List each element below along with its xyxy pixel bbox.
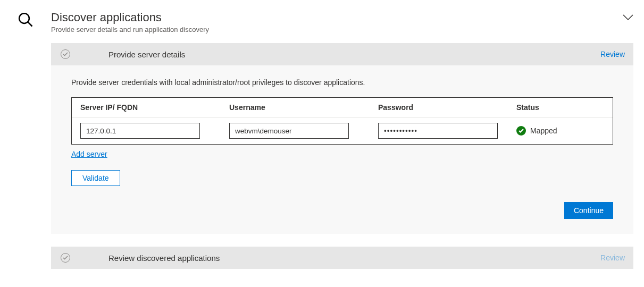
status-ok-icon: [516, 126, 526, 136]
table-row: Mapped: [72, 117, 613, 144]
check-circle-icon: [61, 253, 70, 263]
col-header-password: Password: [378, 103, 516, 112]
cell-username: [229, 123, 378, 139]
add-server-link[interactable]: Add server: [71, 150, 107, 158]
col-header-ip: Server IP/ FQDN: [80, 103, 229, 112]
continue-row: Continue: [71, 202, 613, 219]
left-icon-column: [0, 0, 51, 269]
review-link-review[interactable]: Review: [600, 254, 625, 262]
header-text: Discover applications Provide server det…: [51, 11, 209, 33]
section-review-header: Review discovered applications Review: [51, 247, 633, 269]
server-ip-input[interactable]: [80, 123, 200, 139]
page-subtitle: Provide server details and run applicati…: [51, 26, 209, 33]
section-provide-header: Provide server details Review: [51, 43, 633, 65]
check-circle-icon: [61, 49, 70, 59]
main-content: Discover applications Provide server det…: [51, 0, 644, 269]
col-header-status: Status: [516, 103, 604, 112]
status-badge: Mapped: [516, 126, 604, 136]
instruction-text: Provide server credentials with local ad…: [71, 78, 613, 87]
page-header: Discover applications Provide server det…: [51, 0, 633, 43]
section-provide-title: Provide server details: [108, 50, 185, 59]
server-table: Server IP/ FQDN Username Password Status: [71, 97, 613, 145]
continue-button[interactable]: Continue: [564, 202, 613, 219]
svg-point-0: [19, 13, 29, 23]
review-link-provide[interactable]: Review: [600, 50, 625, 58]
table-header-row: Server IP/ FQDN Username Password Status: [72, 98, 613, 117]
cell-password: [378, 123, 516, 139]
chevron-down-icon[interactable]: [623, 14, 633, 22]
section-provide-body: Provide server credentials with local ad…: [51, 65, 633, 234]
search-icon: [18, 12, 34, 269]
password-input[interactable]: [378, 123, 498, 139]
page-container: Discover applications Provide server det…: [0, 0, 644, 269]
section-review-title: Review discovered applications: [108, 254, 220, 263]
username-input[interactable]: [229, 123, 349, 139]
cell-ip: [80, 123, 229, 139]
svg-line-1: [28, 22, 32, 26]
page-title: Discover applications: [51, 11, 209, 24]
col-header-username: Username: [229, 103, 378, 112]
validate-row: Validate: [71, 158, 613, 186]
status-text: Mapped: [530, 126, 557, 135]
cell-status: Mapped: [516, 126, 604, 136]
validate-button[interactable]: Validate: [71, 170, 120, 186]
